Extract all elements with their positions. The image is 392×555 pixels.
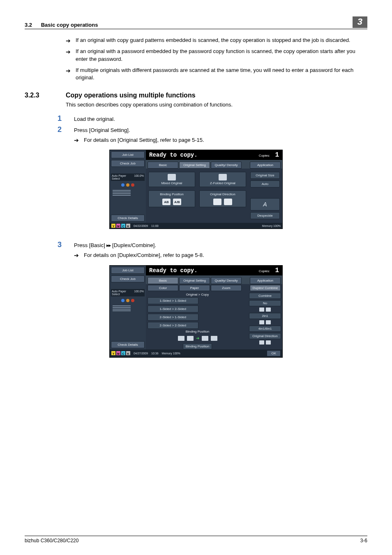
tab-basic[interactable]: Basic — [148, 277, 178, 284]
job-list-button[interactable]: Job List — [111, 151, 145, 158]
duplex-left-panel: Original > Copy 1-Sided > 1-Sided 1-Side… — [146, 292, 249, 349]
zfold-icon — [219, 174, 227, 180]
direction-icon — [224, 199, 232, 205]
toner-m-icon: M — [116, 351, 120, 355]
layout-icon — [259, 308, 264, 312]
combine-heading: Combine — [249, 293, 281, 299]
mixed-original-label: Mixed Original — [161, 181, 182, 185]
toner-k-icon: K — [126, 224, 130, 228]
breadcrumb: Original > Copy — [146, 292, 249, 297]
arrow-right-icon: ➜ — [196, 336, 199, 340]
copies-label: Copies: — [259, 269, 270, 273]
dot-icon — [121, 183, 125, 187]
footer-time: 11:00 — [151, 224, 159, 227]
binding-ab-split-icon: A/B — [173, 199, 181, 205]
direction-icon — [259, 340, 264, 345]
mixed-original-button[interactable]: Mixed Original — [148, 172, 195, 187]
step-text: Load the original. — [74, 116, 115, 122]
toner-y-icon: Y — [111, 351, 115, 355]
subsection-intro: This section describes copy operations u… — [66, 102, 367, 108]
subtab-duplex-combine[interactable]: Duplex/ Combine — [250, 285, 281, 291]
check-job-button[interactable]: Check Job — [111, 160, 145, 167]
auto-paper-label: Auto Paper Select — [112, 290, 134, 296]
binding-position-heading: Binding Position — [146, 329, 249, 334]
page-header: 3.2 Basic copy operations 3 — [25, 16, 367, 29]
despeckle-button[interactable]: Despeckle — [250, 212, 280, 219]
combine-no-button[interactable]: No — [249, 300, 281, 306]
preview-lines-icon — [111, 305, 145, 313]
direction-icons — [249, 340, 281, 345]
binding-position-button[interactable]: Binding Position AB A/B — [148, 190, 195, 207]
chapter-badge: 3 — [353, 16, 367, 28]
sided-1-1-button[interactable]: 1-Sided > 1-Sided — [148, 297, 198, 304]
binding-illustration: ➜ — [146, 334, 249, 342]
section-number: 3.2 — [25, 22, 32, 28]
status-dots — [111, 183, 145, 187]
subsection-title: Copy operations using multiple functions — [66, 92, 196, 99]
step-3-subnote: For details on [Duplex/Combine], refer t… — [74, 252, 367, 259]
tab-quality-density[interactable]: Quality/ Density — [211, 277, 242, 284]
sided-2-2-button[interactable]: 2-Sided > 2-Sided — [148, 322, 198, 329]
dot-icon — [121, 299, 125, 302]
combine-2in1-button[interactable]: 2in1 — [249, 313, 281, 319]
auto-paper-label: Auto Paper Select — [112, 174, 134, 180]
right-arrow-icon: ▸▸ — [106, 242, 111, 248]
footer-date: 04/22/2009 — [134, 224, 148, 227]
preview-lines-icon — [111, 189, 145, 197]
subtab-zoom[interactable]: Zoom — [211, 285, 242, 291]
toner-indicators: Y M C K — [111, 224, 130, 228]
main-tabs: Basic Original Setting Quality/ Density … — [146, 160, 282, 169]
dot-icon — [131, 183, 134, 187]
copies-label: Copies: — [259, 154, 270, 157]
status-bar: Ready to copy. Copies: 1 — [146, 266, 282, 275]
page-icon — [211, 336, 217, 341]
tab-application[interactable]: Application — [250, 162, 281, 169]
step3-prefix: Press [Basic] — [74, 242, 106, 248]
document-stack-icon — [168, 174, 176, 180]
section-title: Basic copy operations — [41, 22, 98, 28]
subtab-paper[interactable]: Paper — [179, 285, 210, 291]
ok-button[interactable]: OK — [267, 350, 281, 356]
original-size-value-button[interactable]: Auto — [250, 180, 280, 187]
check-details-button[interactable]: Check Details — [111, 341, 145, 348]
binding-position-button[interactable]: Binding Position — [183, 343, 212, 349]
subtab-color[interactable]: Color — [148, 285, 178, 291]
status-text: Ready to copy. — [149, 152, 198, 158]
auto-paper-value: 100.0% — [134, 290, 144, 296]
step3-suffix: [Duplex/Combine]. — [111, 242, 156, 248]
subsection-number: 3.2.3 — [25, 92, 66, 99]
main-tabs: Basic Original Setting Quality/ Density … — [146, 275, 282, 284]
page-footer: bizhub C360/C280/C220 3-6 — [25, 536, 367, 543]
right-option-column: Original Size Auto A Despeckle — [250, 172, 280, 219]
step-number: 1 — [58, 114, 74, 123]
check-job-button[interactable]: Check Job — [111, 275, 145, 282]
tab-quality-density[interactable]: Quality/ Density — [211, 162, 242, 169]
tab-basic[interactable]: Basic — [148, 162, 178, 169]
zfolded-label: Z-Folded Original — [210, 181, 235, 185]
status-text: Ready to copy. — [149, 267, 198, 274]
original-direction-button[interactable]: Original Direction — [199, 190, 246, 207]
toner-indicators: Y M C K — [111, 351, 130, 355]
sided-1-2-button[interactable]: 1-Sided > 2-Sided — [148, 305, 198, 312]
toner-c-icon: C — [121, 351, 125, 355]
original-size-label: Original Size — [250, 172, 280, 179]
ss1-footer: Y M C K 04/22/2009 11:00 Memory 100% — [110, 223, 282, 229]
direction-icon — [213, 199, 221, 205]
header-left: 3.2 Basic copy operations — [25, 22, 98, 28]
footer-date: 04/27/2009 — [134, 352, 148, 355]
tab-original-setting[interactable]: Original Setting — [179, 162, 210, 169]
sided-2-1-button[interactable]: 2-Sided > 1-Sided — [148, 314, 198, 321]
combine-right-panel: Combine No 2in1 4in1/8in1 Original Direc… — [249, 292, 282, 349]
zfolded-original-button[interactable]: Z-Folded Original — [199, 172, 246, 187]
tab-application[interactable]: Application — [250, 277, 281, 284]
original-direction-label: Original Direction — [210, 192, 235, 196]
tab-original-setting[interactable]: Original Setting — [179, 277, 210, 284]
job-list-button[interactable]: Job List — [111, 267, 145, 274]
page-icon — [187, 336, 194, 341]
combine-4in1-8in1-button[interactable]: 4in1/8in1 — [249, 326, 281, 332]
check-details-button[interactable]: Check Details — [111, 215, 145, 222]
step-number: 3 — [58, 240, 74, 249]
toner-k-icon: K — [126, 351, 130, 355]
sided-grid: 1-Sided > 1-Sided 1-Sided > 2-Sided 2-Si… — [146, 297, 249, 329]
original-direction-heading: Original Direction — [249, 333, 281, 339]
